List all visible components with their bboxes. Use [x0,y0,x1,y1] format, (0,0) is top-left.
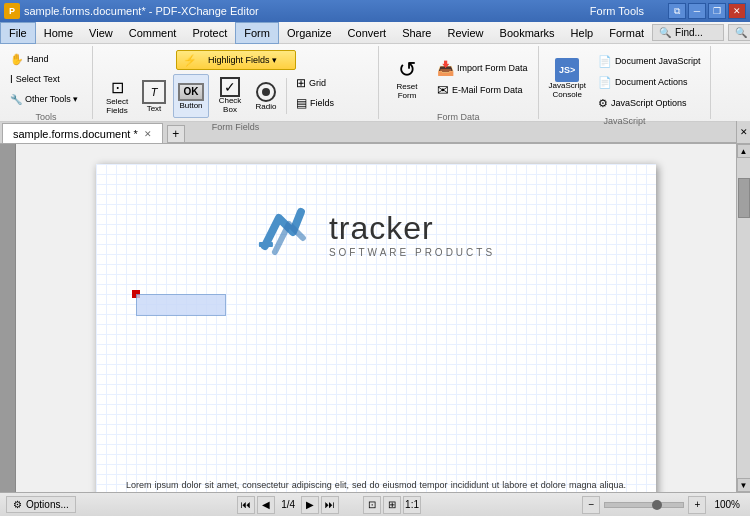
other-tools-button[interactable]: 🔧 Other Tools ▾ [6,90,86,108]
menu-organize[interactable]: Organize [279,22,340,44]
search-input[interactable]: 🔍 Search... [728,24,750,41]
hand-tool-button[interactable]: ✋ Hand [6,50,86,68]
form-fields-content: ⚡ Highlight Fields ▾ ⊡ SelectFields T Te… [97,48,374,120]
find-label: Find... [675,27,703,38]
zoom-thumb[interactable] [652,500,662,510]
close-button[interactable]: ✕ [728,3,746,19]
menu-view[interactable]: View [81,22,121,44]
highlight-fields-button[interactable]: ⚡ Highlight Fields ▾ [176,50,296,70]
status-right: − + 100% [582,496,744,514]
menu-home[interactable]: Home [36,22,81,44]
status-center: ⏮ ◀ 1/4 ▶ ⏭ ⊡ ⊞ 1:1 [237,496,421,514]
scrollbar-thumb[interactable] [738,178,750,218]
menu-share[interactable]: Share [394,22,439,44]
form-data-group-label: Form Data [435,110,482,124]
highlight-icon: ⚡ [183,54,197,67]
doc-javascript-button[interactable]: 📄 Document JavaScript [594,52,705,70]
menu-bar: File Home View Comment Protect Form Orga… [0,22,750,44]
close-document-button[interactable]: ✕ [736,121,750,143]
fit-page-button[interactable]: ⊞ [383,496,401,514]
status-bar: ⚙ Options... ⏮ ◀ 1/4 ▶ ⏭ ⊡ ⊞ 1:1 − + 100… [0,492,750,516]
js-console-icon: JS> [555,58,579,82]
tab-close-button[interactable]: ✕ [144,129,152,139]
menu-convert[interactable]: Convert [340,22,395,44]
form-field-box[interactable] [136,294,226,316]
menu-review[interactable]: Review [439,22,491,44]
first-page-button[interactable]: ⏮ [237,496,255,514]
ribbon: ✋ Hand I Select Text 🔧 Other Tools ▾ Too… [0,44,750,122]
text-field-button[interactable]: T Text [138,74,170,118]
page-container[interactable]: tracker SOFTWARE PRODUCTS Lorem ipsum do… [16,144,736,492]
javascript-group-label: JavaScript [601,114,647,128]
fit-width-button[interactable]: ⊡ [363,496,381,514]
import-label: Import Form Data [457,63,528,73]
import-form-data-button[interactable]: 📥 Import Form Data [433,58,532,78]
button-field-button[interactable]: OK Button [173,74,209,118]
logo-area: tracker SOFTWARE PRODUCTS [257,204,495,264]
prev-page-button[interactable]: ◀ [257,496,275,514]
document-tab[interactable]: sample.forms.document * ✕ [2,123,163,143]
email-form-data-button[interactable]: ✉ E-Mail Form Data [433,80,532,100]
doc-actions-button[interactable]: 📄 Document Actions [594,73,705,91]
doc-actions-icon: 📄 [598,76,612,89]
app-icon: P [4,3,20,19]
fields-icon: ▤ [296,96,307,110]
js-console-button[interactable]: JS> JavaScriptConsole [545,50,590,108]
menu-comment[interactable]: Comment [121,22,185,44]
form-field-area[interactable] [136,294,226,316]
js-options-label: JavaScript Options [611,98,687,108]
menu-format[interactable]: Format [601,22,652,44]
zoom-slider[interactable] [604,502,684,508]
tools-buttons: ✋ Hand I Select Text 🔧 Other Tools ▾ [4,48,88,110]
js-options-button[interactable]: ⚙ JavaScript Options [594,94,705,112]
maximize-button[interactable]: ❐ [708,3,726,19]
import-icon: 📥 [437,60,454,76]
page-info: 1/4 [277,499,299,510]
doc-actions-label: Document Actions [615,77,688,87]
button-field-icon: OK [178,83,204,101]
options-icon: ⚙ [13,499,22,510]
checkbox-icon: ✓ [220,77,240,97]
last-page-button[interactable]: ⏭ [321,496,339,514]
options-button[interactable]: ⚙ Options... [6,496,76,513]
logo-text-area: tracker SOFTWARE PRODUCTS [329,210,495,258]
menu-help[interactable]: Help [563,22,602,44]
new-tab-button[interactable]: + [167,125,185,143]
options-label: Options... [26,499,69,510]
doc-js-label: Document JavaScript [615,56,701,66]
search-icon: 🔍 [735,27,747,38]
float-button[interactable]: ⧉ [668,3,686,19]
fields-label: Fields [310,98,334,108]
hand-label: Hand [27,54,49,64]
scroll-up-button[interactable]: ▲ [737,144,751,158]
select-text-icon: I [10,74,13,85]
tab-label: sample.forms.document * [13,128,138,140]
grid-button[interactable]: ⊞ Grid [292,74,372,92]
tools-group-label: Tools [33,110,58,124]
form-data-content: ↺ ResetForm 📥 Import Form Data ✉ E-Mail … [383,48,534,110]
menu-bookmarks[interactable]: Bookmarks [492,22,563,44]
minimize-button[interactable]: ─ [688,3,706,19]
select-fields-button[interactable]: ⊡ SelectFields [99,74,135,118]
actual-size-button[interactable]: 1:1 [403,496,421,514]
menu-form[interactable]: Form [235,22,279,44]
reset-form-button[interactable]: ↺ ResetForm [385,50,429,108]
radio-field-button[interactable]: Radio [251,74,281,118]
find-input[interactable]: 🔍 Find... [652,24,724,41]
scroll-down-button[interactable]: ▼ [737,478,751,492]
select-fields-icon: ⊡ [105,76,129,98]
form-tools-label: Form Tools [590,5,644,17]
title-bar-text: sample.forms.document* - PDF-XChange Edi… [24,5,259,17]
vertical-scrollbar[interactable]: ▲ ▼ [736,144,750,492]
fields-button[interactable]: ▤ Fields [292,94,372,112]
zoom-level: 100% [710,499,744,510]
menu-protect[interactable]: Protect [184,22,235,44]
menu-file[interactable]: File [0,22,36,44]
select-text-button[interactable]: I Select Text [6,70,86,88]
zoom-in-button[interactable]: + [688,496,706,514]
radio-icon [256,82,276,102]
zoom-out-button[interactable]: − [582,496,600,514]
checkbox-field-button[interactable]: ✓ CheckBox [212,74,248,118]
ribbon-group-tools: ✋ Hand I Select Text 🔧 Other Tools ▾ Too… [0,46,93,119]
next-page-button[interactable]: ▶ [301,496,319,514]
